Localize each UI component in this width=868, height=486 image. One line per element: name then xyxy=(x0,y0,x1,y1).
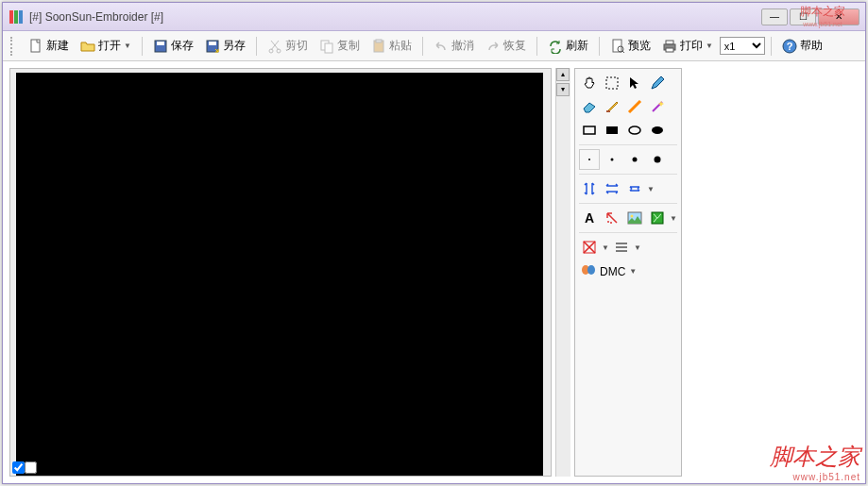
hand-tool[interactable] xyxy=(579,73,600,93)
print-label: 打印 xyxy=(680,38,703,54)
main-toolbar: 新建 打开 ▼ 保存 另存 剪切 复制 粘贴 xyxy=(3,31,865,61)
svg-point-25 xyxy=(629,126,640,134)
svg-point-33 xyxy=(610,222,612,224)
separator xyxy=(256,37,257,56)
svg-text:脚本之家: 脚本之家 xyxy=(800,5,845,18)
print-dropdown[interactable]: ▼ xyxy=(706,42,713,50)
pencil-tool[interactable] xyxy=(647,73,668,93)
app-icon xyxy=(9,9,24,25)
dmc-dropdown[interactable]: ▼ xyxy=(629,267,637,276)
spray-tool[interactable] xyxy=(602,208,622,228)
wand-tool[interactable] xyxy=(647,96,668,117)
preview-label: 预览 xyxy=(628,38,651,54)
brush-tool[interactable] xyxy=(602,96,622,117)
point-tool-1[interactable] xyxy=(579,149,600,170)
save-button[interactable]: 保存 xyxy=(148,36,198,56)
refresh-button[interactable]: 刷新 xyxy=(543,36,593,56)
point-tool-3[interactable] xyxy=(624,149,645,170)
undo-button[interactable]: 撤消 xyxy=(429,36,479,56)
redo-label: 恢复 xyxy=(503,38,526,54)
redo-button[interactable]: 恢复 xyxy=(481,36,531,56)
preview-button[interactable]: 预览 xyxy=(605,36,655,56)
svg-rect-2 xyxy=(19,10,23,24)
print-button[interactable]: 打印 ▼ xyxy=(657,36,718,56)
zoom-select[interactable]: x1 xyxy=(720,37,765,55)
open-folder-icon xyxy=(80,39,95,54)
thread-icon xyxy=(581,264,596,278)
open-dropdown[interactable]: ▼ xyxy=(124,42,131,50)
thread-palette-button[interactable]: DMC ▼ xyxy=(579,260,677,282)
svg-point-39 xyxy=(587,265,595,275)
ellipse-outline-tool[interactable] xyxy=(624,120,645,141)
svg-rect-7 xyxy=(209,42,216,45)
help-button[interactable]: ? 帮助 xyxy=(777,36,827,56)
cut-button[interactable]: 剪切 xyxy=(263,36,313,56)
cross-stitch-tool[interactable] xyxy=(579,237,600,258)
svg-rect-16 xyxy=(666,41,673,44)
paste-button[interactable]: 粘贴 xyxy=(366,36,417,56)
refresh-label: 刷新 xyxy=(566,38,588,54)
stitch-horiz-tool[interactable] xyxy=(602,178,622,199)
line-style-tool[interactable] xyxy=(611,237,632,258)
svg-rect-23 xyxy=(584,126,595,134)
cross-dropdown[interactable]: ▼ xyxy=(602,243,609,252)
svg-rect-0 xyxy=(9,10,13,24)
eraser-tool[interactable] xyxy=(579,96,600,117)
point-tool-2[interactable] xyxy=(602,149,622,170)
svg-point-27 xyxy=(588,159,590,160)
save-icon xyxy=(153,39,168,54)
svg-text:A: A xyxy=(585,210,594,226)
stitch-dropdown[interactable]: ▼ xyxy=(647,185,655,193)
ellipse-fill-tool[interactable] xyxy=(647,120,668,141)
new-label: 新建 xyxy=(46,38,69,54)
scroll-down-button[interactable]: ▾ xyxy=(556,83,570,96)
image-dropdown[interactable]: ▼ xyxy=(670,214,677,223)
rect-fill-tool[interactable] xyxy=(602,120,622,141)
tool-palette: ▼ A ▼ ▼ ▼ DMC ▼ xyxy=(574,68,682,477)
text-tool[interactable]: A xyxy=(579,208,600,228)
canvas[interactable] xyxy=(16,73,543,477)
svg-rect-5 xyxy=(157,42,164,45)
canvas-check-2[interactable] xyxy=(25,461,37,474)
copy-label: 复制 xyxy=(337,38,360,54)
pointer-tool[interactable] xyxy=(624,73,645,93)
marquee-tool[interactable] xyxy=(602,73,622,93)
minimize-button[interactable]: — xyxy=(761,8,788,25)
stitch-diag-tool[interactable] xyxy=(624,178,645,199)
point-tool-4[interactable] xyxy=(647,149,668,170)
line-dropdown[interactable]: ▼ xyxy=(634,243,641,252)
rect-outline-tool[interactable] xyxy=(579,120,600,141)
svg-point-28 xyxy=(611,159,614,161)
image-tool[interactable] xyxy=(624,208,645,228)
right-panel xyxy=(686,62,864,482)
preview-icon xyxy=(610,39,625,54)
svg-point-35 xyxy=(631,215,634,218)
paste-label: 粘贴 xyxy=(389,38,412,54)
saveas-icon xyxy=(205,39,220,54)
canvas-check-1[interactable] xyxy=(12,461,25,474)
svg-rect-21 xyxy=(606,77,618,89)
content-area: ▴ ▾ xyxy=(4,62,864,482)
new-file-icon xyxy=(28,39,43,54)
svg-rect-1 xyxy=(14,10,18,24)
pattern-tool[interactable] xyxy=(647,208,668,228)
open-button[interactable]: 打开 ▼ xyxy=(76,36,136,56)
stitch-vert-tool[interactable] xyxy=(579,178,600,199)
canvas-container xyxy=(9,68,552,477)
saveas-button[interactable]: 另存 xyxy=(200,36,250,56)
scroll-up-button[interactable]: ▴ xyxy=(556,68,570,81)
svg-point-32 xyxy=(607,221,609,223)
toolbar-handle[interactable] xyxy=(10,37,16,56)
svg-rect-14 xyxy=(613,40,621,52)
svg-rect-22 xyxy=(606,110,610,112)
undo-label: 撤消 xyxy=(451,38,474,54)
line-draw-tool[interactable] xyxy=(624,96,645,117)
svg-rect-18 xyxy=(666,48,673,52)
new-button[interactable]: 新建 xyxy=(24,36,74,56)
print-icon xyxy=(662,39,677,54)
vertical-scrollbar[interactable]: ▴ ▾ xyxy=(555,68,570,477)
help-label: 帮助 xyxy=(800,38,823,54)
copy-button[interactable]: 复制 xyxy=(315,36,365,56)
open-label: 打开 xyxy=(98,38,121,54)
separator xyxy=(422,37,423,56)
